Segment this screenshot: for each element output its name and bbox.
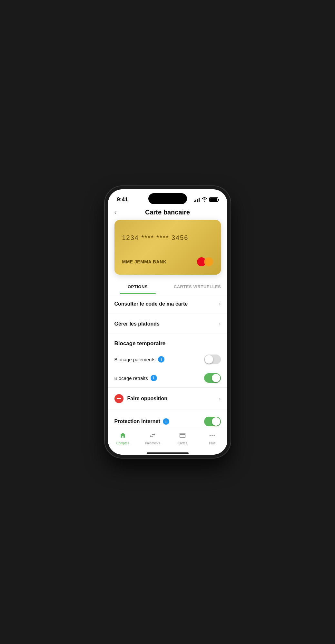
bank-card: 1234 **** **** 3456 MME JEMMA BANK (114, 220, 221, 275)
signal-bar-3 (197, 199, 198, 202)
toggle-row-paiements: Blocage paiements i (108, 350, 227, 369)
signal-bar-2 (195, 200, 196, 202)
nav-label-plus: Plus (209, 441, 215, 445)
tab-options[interactable]: OPTIONS (108, 280, 168, 294)
phone-screen: 9:41 (108, 189, 227, 455)
chevron-icon-code: › (219, 300, 221, 307)
page-title: Carte bancaire (145, 209, 190, 216)
toggle-knob-paiements (205, 355, 213, 364)
menu-item-code[interactable]: Consulter le code de ma carte › (108, 294, 227, 314)
toggle-knob-retraits (212, 374, 220, 382)
toggle-paiements[interactable] (204, 355, 221, 364)
header: ‹ Carte bancaire (108, 205, 227, 220)
info-badge-paiements[interactable]: i (158, 356, 164, 363)
menu-item-plafonds[interactable]: Gérer les plafonds › (108, 314, 227, 334)
toggle-left-retraits: Blocage retraits i (114, 375, 157, 381)
battery-icon (209, 197, 218, 202)
nav-item-plus[interactable]: Plus (197, 431, 227, 446)
svg-point-3 (214, 435, 215, 436)
status-time: 9:41 (117, 196, 128, 203)
blocage-section-header: Blocage temporaire (108, 334, 227, 350)
home-indicator (108, 453, 227, 455)
blocage-section-title: Blocage temporaire (114, 340, 166, 346)
wifi-icon (202, 197, 207, 203)
toggle-row-retraits: Blocage retraits i (108, 369, 227, 387)
card-container: 1234 **** **** 3456 MME JEMMA BANK (108, 220, 227, 280)
internet-label: Protection internet (114, 419, 160, 424)
opposition-label: Faire opposition (127, 396, 167, 402)
more-icon (208, 432, 216, 440)
card-number: 1234 **** **** 3456 (122, 234, 213, 242)
chevron-icon-opposition: › (219, 395, 221, 402)
content-area: Consulter le code de ma carte › Gérer le… (108, 294, 227, 428)
toggle-internet[interactable] (204, 417, 221, 426)
card-holder: MME JEMMA BANK (122, 259, 167, 264)
mc-circle-orange (204, 257, 213, 266)
nav-item-comptes[interactable]: Comptes (108, 431, 138, 446)
nav-label-cartes: Cartes (178, 441, 187, 445)
nav-item-paiements[interactable]: Paiements (138, 431, 168, 446)
back-button[interactable]: ‹ (114, 209, 117, 216)
battery-fill (210, 198, 217, 201)
home-icon (119, 432, 127, 440)
svg-point-1 (210, 435, 211, 436)
toggle-label-paiements: Blocage paiements (114, 357, 156, 362)
signal-bar-1 (194, 201, 195, 202)
stop-bar (117, 398, 121, 399)
toggle-knob-internet (212, 417, 220, 426)
menu-item-opposition[interactable]: Faire opposition › (108, 388, 227, 410)
chevron-icon-plafonds: › (219, 320, 221, 327)
toggle-retraits[interactable] (204, 373, 221, 383)
opposition-left: Faire opposition (114, 394, 167, 403)
info-badge-retraits[interactable]: i (151, 375, 157, 381)
bottom-nav: Comptes Paiements Cartes (108, 428, 227, 453)
card-bottom: MME JEMMA BANK (122, 257, 213, 267)
status-icons (194, 197, 218, 203)
phone-frame: 9:41 (105, 186, 231, 458)
signal-bars-icon (194, 197, 200, 202)
stop-icon (114, 394, 123, 403)
mastercard-logo (197, 257, 213, 267)
svg-point-0 (204, 201, 205, 202)
nav-label-comptes: Comptes (116, 441, 129, 445)
internet-protection-row: Protection internet i (108, 410, 227, 428)
tabs-bar: OPTIONS CARTES VIRTUELLES (108, 280, 227, 294)
nav-label-paiements: Paiements (145, 441, 160, 445)
menu-item-plafonds-label: Gérer les plafonds (114, 321, 160, 327)
home-bar (147, 452, 189, 454)
card-icon (179, 432, 186, 440)
info-badge-internet[interactable]: i (163, 418, 169, 425)
internet-left: Protection internet i (114, 418, 169, 425)
signal-bar-4 (199, 198, 200, 202)
dynamic-island (148, 193, 187, 204)
toggle-left-paiements: Blocage paiements i (114, 356, 165, 363)
nav-item-cartes[interactable]: Cartes (168, 431, 198, 446)
toggle-label-retraits: Blocage retraits (114, 375, 148, 381)
svg-point-2 (212, 435, 213, 436)
tab-cartes-virtuelles[interactable]: CARTES VIRTUELLES (168, 280, 227, 294)
menu-item-code-label: Consulter le code de ma carte (114, 301, 188, 307)
transfer-icon (149, 432, 156, 440)
